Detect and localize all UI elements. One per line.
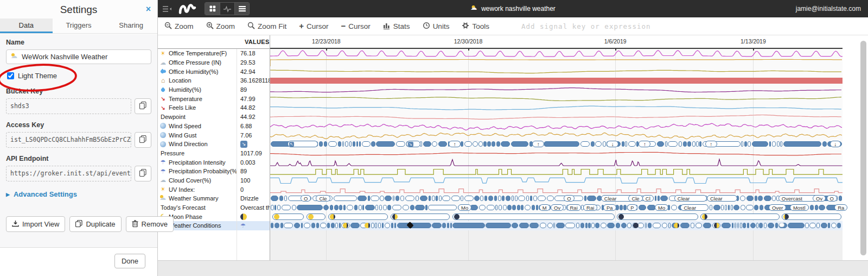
vertical-scrollbar[interactable]: [860, 41, 866, 255]
api-endpoint-field[interactable]: https://groker.init.st/api/events: [6, 166, 131, 181]
remove-cursor-button[interactable]: − Cursor: [341, 22, 371, 30]
signal-waveform-row[interactable]: OCleOClearCleClClearClearOvercastOvO: [270, 194, 843, 203]
signal-row-name[interactable]: ☀UV Index:: [158, 185, 237, 194]
triangle-right-icon: ▶: [6, 192, 10, 197]
signal-row-name[interactable]: Wind Speed: [158, 122, 237, 131]
signal-waveform-row[interactable]: [270, 49, 843, 58]
signal-row-name[interactable]: Wind Gust: [158, 130, 237, 140]
token-pill: [588, 223, 591, 229]
token-pill: [403, 205, 410, 211]
token-pill: [487, 205, 495, 211]
token-label: O: [827, 195, 837, 202]
token-pill: [461, 196, 463, 202]
signal-waveform-row[interactable]: [270, 185, 843, 194]
tiles-view-button[interactable]: [205, 3, 220, 15]
token-pill: [339, 205, 342, 211]
signal-waveform-row[interactable]: [270, 85, 843, 95]
moon-phase-pill: [700, 214, 780, 220]
zoom-out-button[interactable]: Zoom: [164, 22, 194, 31]
token-pill: [556, 223, 565, 229]
remove-button[interactable]: Remove: [126, 216, 174, 232]
signal-waveform-row[interactable]: [270, 103, 843, 112]
signal-waveform-row[interactable]: [270, 158, 843, 167]
signal-waveform-row[interactable]: ↖↘↑↑↓↑↑↓: [270, 140, 843, 149]
signal-waveform-row[interactable]: [270, 76, 843, 85]
signal-row-name[interactable]: ↘Temperature: [158, 94, 237, 103]
plot-area[interactable]: 12/23/201812/30/20181/6/20191/13/2019 ↖↘…: [270, 35, 868, 260]
signal-waveform-row[interactable]: [270, 112, 843, 122]
stats-button[interactable]: Stats: [383, 22, 410, 31]
tab-triggers[interactable]: Triggers: [53, 18, 105, 33]
signal-row-name[interactable]: ☁Cloud Cover(%): [158, 176, 237, 185]
signal-row-name[interactable]: Dewpoint: [158, 112, 237, 122]
signal-row-name[interactable]: ☂Precipitation Intensity: [158, 158, 237, 167]
token-pill: [744, 141, 747, 147]
signal-row-name[interactable]: ↘Feels Like: [158, 103, 237, 112]
signal-value: 6.88: [240, 123, 252, 129]
token-pill: [358, 196, 367, 202]
advanced-settings-link[interactable]: ▶ Advanced Settings: [6, 190, 151, 198]
signal-row-name[interactable]: Office Humidity(%): [158, 67, 237, 76]
close-icon[interactable]: ×: [146, 5, 151, 14]
signal-row-name[interactable]: Humidity(%): [158, 85, 237, 95]
import-view-button[interactable]: Import View: [6, 216, 65, 232]
timeline-header[interactable]: 12/23/201812/30/20181/6/20191/13/2019: [270, 35, 843, 49]
access-key-field[interactable]: ist_LS0QPDcCQ8CLhahhFmB5GbEzPrCZD: [6, 132, 131, 148]
copy-api-endpoint-button[interactable]: [135, 166, 151, 181]
signal-row-name[interactable]: ☀Office Temperature(F): [158, 49, 237, 58]
light-theme-checkbox[interactable]: [7, 72, 14, 79]
signal-value: 44.82: [240, 104, 256, 111]
plus-icon: +: [299, 23, 304, 29]
signal-waveform-row[interactable]: [270, 176, 843, 185]
duplicate-button[interactable]: Duplicate: [69, 216, 121, 232]
add-signal-input[interactable]: [520, 22, 754, 31]
signal-row-name[interactable]: Pressure: [158, 149, 237, 158]
signal-waveform-row[interactable]: [270, 130, 843, 140]
done-button[interactable]: Done: [114, 254, 145, 268]
zoom-fit-button[interactable]: Zoom Fit: [247, 22, 286, 31]
signal-waveform-row[interactable]: [270, 167, 843, 176]
signal-waveform-row[interactable]: [270, 94, 843, 103]
settings-header: Settings ×: [0, 0, 157, 18]
bucket-key-field[interactable]: shds3: [6, 98, 131, 114]
signal-name-label: Cloud Cover(%): [169, 177, 211, 184]
signal-row-name[interactable]: ☂Precipitation Probabiity(%): [158, 167, 237, 176]
bucket-name-input[interactable]: ☁ WeWork Nashville Weather: [6, 49, 151, 64]
signal-waveform-row[interactable]: [270, 149, 843, 158]
signal-waveform-row[interactable]: [270, 212, 843, 221]
moon-phase-pill: [452, 214, 615, 220]
units-button[interactable]: Units: [423, 22, 450, 31]
signal-row-name[interactable]: Today's Forecast: [158, 203, 237, 212]
token-pill: [519, 223, 529, 229]
signal-row-name[interactable]: ☁Weather Summary: [158, 194, 237, 203]
user-email[interactable]: jamie@initialstate.com: [796, 5, 861, 12]
initial-state-logo[interactable]: [178, 2, 196, 15]
signal-waveform-row[interactable]: [270, 67, 843, 76]
add-cursor-button[interactable]: + Cursor: [299, 22, 328, 30]
tab-sharing[interactable]: Sharing: [105, 18, 157, 33]
signal-waveform-row[interactable]: MoMOvRaiRaiPaPMoClearOverMostlRa: [270, 203, 843, 212]
waves-view-button[interactable]: [220, 3, 234, 15]
token-pill: [383, 205, 387, 211]
signal-row-value: 89: [237, 85, 270, 95]
lines-view-button[interactable]: [234, 3, 249, 15]
copy-bucket-key-button[interactable]: [135, 98, 151, 114]
copy-access-key-button[interactable]: [135, 132, 151, 148]
menu-collapse-icon[interactable]: [163, 5, 172, 12]
signal-row-name[interactable]: Wind Direction: [158, 140, 237, 149]
signal-row-name[interactable]: ⌂Location: [158, 76, 237, 85]
signal-row-name[interactable]: ☁Office Pressure (IN): [158, 58, 237, 67]
tools-button[interactable]: Tools: [462, 22, 489, 31]
signal-waveform-row[interactable]: [270, 58, 843, 67]
token-pill: [819, 205, 825, 211]
token-pill: [271, 223, 273, 229]
signal-waveform-row[interactable]: [270, 221, 843, 230]
bucket-title[interactable]: ☁ wework nashville weather: [470, 5, 556, 12]
token-label: Mostl: [790, 204, 809, 211]
zoom-in-button[interactable]: Zoom: [206, 22, 235, 31]
signal-waveform-row[interactable]: [270, 122, 843, 131]
token-pill: [330, 205, 334, 211]
token-pill: [622, 141, 624, 147]
tab-data[interactable]: Data: [0, 18, 53, 33]
token-pill: [334, 196, 357, 202]
